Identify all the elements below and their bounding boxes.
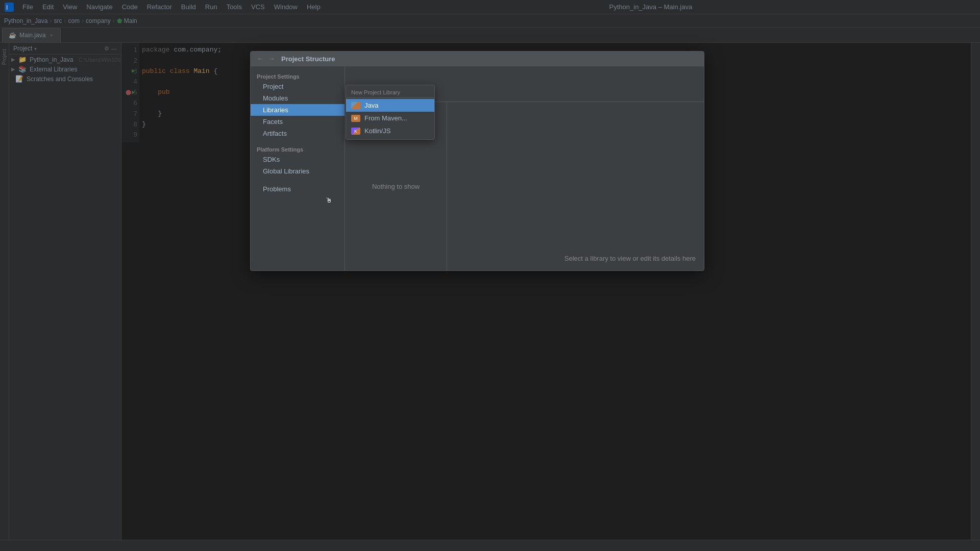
nav-item-modules[interactable]: Modules xyxy=(251,92,345,104)
back-icon[interactable]: ← xyxy=(257,55,264,63)
dropdown-item-maven[interactable]: M From Maven... xyxy=(346,112,434,124)
cursor-icon: 🖱 xyxy=(326,196,332,204)
dialog-nav: Project Settings Project Modules Librari… xyxy=(251,66,345,270)
nav-section-platform-settings: Platform Settings xyxy=(251,143,345,154)
nav-item-problems[interactable]: Problems xyxy=(251,183,345,195)
dropdown-kotlin-label: Kotlin/JS xyxy=(364,127,390,135)
library-details-panel: Select a library to view or edit its det… xyxy=(447,102,704,270)
dropdown-item-kotlin[interactable]: K Kotlin/JS xyxy=(346,124,434,137)
empty-state-text: Nothing to show xyxy=(372,183,420,190)
dialog-body: Project Settings Project Modules Librari… xyxy=(251,66,704,270)
nav-item-project[interactable]: Project xyxy=(251,81,345,92)
dropdown-java-label: Java xyxy=(364,102,378,109)
nav-item-libraries[interactable]: Libraries xyxy=(251,104,345,116)
select-hint-text: Select a library to view or edit its det… xyxy=(565,255,696,262)
forward-icon[interactable]: → xyxy=(268,55,275,63)
nav-item-artifacts[interactable]: Artifacts xyxy=(251,128,345,139)
nav-item-sdks[interactable]: SDKs xyxy=(251,154,345,165)
dropdown-label: New Project Library xyxy=(346,87,434,98)
nav-section-project-settings: Project Settings xyxy=(251,70,345,81)
dropdown-maven-label: From Maven... xyxy=(364,114,407,122)
nav-item-global-libraries[interactable]: Global Libraries xyxy=(251,165,345,177)
maven-icon: M xyxy=(351,115,360,122)
dialog-titlebar: ← → Project Structure xyxy=(251,52,704,66)
nav-item-facets[interactable]: Facets xyxy=(251,116,345,128)
dialog-title: Project Structure xyxy=(281,55,335,63)
java-icon xyxy=(351,102,360,109)
new-library-dropdown: New Project Library Java 🖱 M From Maven.… xyxy=(346,85,435,140)
kotlin-icon: K xyxy=(351,128,360,135)
project-structure-dialog: ← → Project Structure Project Settings P… xyxy=(250,51,704,271)
dropdown-item-java[interactable]: Java 🖱 xyxy=(346,99,434,112)
